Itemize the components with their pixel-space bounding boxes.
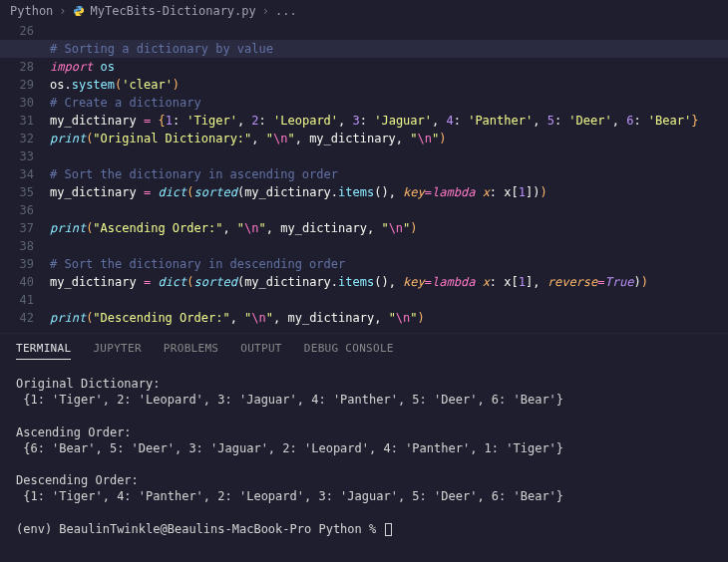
cursor-icon [385, 523, 392, 536]
python-icon [73, 5, 85, 17]
terminal-line: {6: 'Bear', 5: 'Deer', 3: 'Jaguar', 2: '… [16, 441, 570, 455]
line-gutter: 2627282930313233343536373839404142 [0, 22, 48, 327]
tab-jupyter[interactable]: JUPYTER [93, 342, 141, 360]
code-area[interactable]: # Sorting a dictionary by value import o… [48, 22, 728, 327]
breadcrumb: Python › MyTecBits-Dictionary.py › ... [0, 0, 728, 22]
chevron-right-icon: › [59, 4, 66, 18]
tab-terminal[interactable]: TERMINAL [16, 342, 71, 360]
terminal-line: Ascending Order: [16, 425, 132, 439]
tab-debug-console[interactable]: DEBUG CONSOLE [304, 342, 394, 360]
terminal-prompt: (env) BeaulinTwinkle@Beaulins-MacBook-Pr… [16, 522, 383, 536]
terminal-line: Original Dictionary: [16, 377, 161, 391]
code-comment: # Sorting a dictionary by value [50, 42, 273, 56]
terminal-line: Descending Order: [16, 473, 139, 487]
tab-problems[interactable]: PROBLEMS [164, 342, 218, 360]
terminal-line: {1: 'Tiger', 4: 'Panther', 2: 'Leopard',… [16, 489, 570, 503]
breadcrumb-more[interactable]: ... [275, 4, 297, 18]
tab-output[interactable]: OUTPUT [240, 342, 282, 360]
terminal-line: {1: 'Tiger', 2: 'Leopard', 3: 'Jaguar', … [16, 393, 570, 407]
terminal[interactable]: Original Dictionary: {1: 'Tiger', 2: 'Le… [0, 366, 728, 547]
chevron-right-icon: › [262, 4, 269, 18]
breadcrumb-file[interactable]: MyTecBits-Dictionary.py [91, 4, 256, 18]
code-editor[interactable]: 2627282930313233343536373839404142 # Sor… [0, 22, 728, 327]
breadcrumb-root[interactable]: Python [10, 4, 53, 18]
panel-tabs: TERMINAL JUPYTER PROBLEMS OUTPUT DEBUG C… [0, 333, 728, 366]
